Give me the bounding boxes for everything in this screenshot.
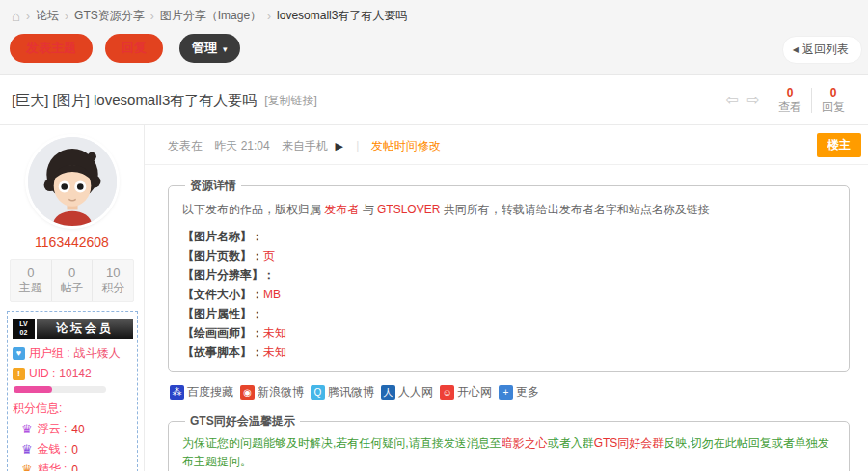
credit-cloud-label: 浮云 : bbox=[38, 421, 68, 437]
field-label: 【文件大小】： bbox=[182, 288, 263, 301]
share-label: 新浪微博 bbox=[258, 384, 304, 401]
views-counter: 0 查看 bbox=[778, 86, 801, 115]
avatar[interactable] bbox=[28, 137, 117, 226]
crown-icon: ♛ bbox=[21, 423, 33, 435]
breadcrumb: ⌂ › 论坛 › GTS资源分享 › 图片分享（Image） › lovesom… bbox=[0, 0, 868, 27]
crown-icon: ♛ bbox=[21, 443, 33, 456]
uid-badge-icon: ! bbox=[13, 368, 25, 380]
stat-posts[interactable]: 0 帖子 bbox=[51, 260, 93, 301]
credit-row-money: ♛ 金钱 : 0 bbox=[21, 441, 133, 457]
baidu-paw-icon: ⁂ bbox=[170, 385, 184, 400]
field-label: 【图片页数】： bbox=[182, 249, 263, 263]
field-label: 【图片属性】： bbox=[182, 307, 263, 320]
level-badge-line1: LV bbox=[19, 320, 27, 328]
breadcrumb-separator: › bbox=[65, 10, 68, 23]
field-artist: 【绘画画师】：未知 bbox=[182, 324, 835, 342]
stat-threads[interactable]: 0 主题 bbox=[11, 260, 51, 301]
admin-name-highlight: 暗影之心 bbox=[502, 436, 548, 450]
field-value: 未知 bbox=[263, 326, 286, 340]
thread-title-bar: [巨大] [图片] lovesomall3有了有人要吗 [复制链接] ⇦ ⇨ 0… bbox=[0, 75, 868, 125]
group-notice-text: 为保证您的问题能够及时解决,若有任何疑问,请直接发送消息至暗影之心或者入群GTS… bbox=[182, 434, 835, 470]
post-body: 发表在 昨天 21:04 来自手机 ▶ | 发帖时间修改 楼主 资源详情 以下发… bbox=[145, 125, 868, 471]
edit-post-time-link[interactable]: 发帖时间修改 bbox=[371, 139, 441, 152]
views-count: 0 bbox=[787, 86, 794, 100]
field-label: 【图片分辨率】： bbox=[182, 268, 275, 282]
thread-starter-badge: 楼主 bbox=[817, 133, 861, 157]
reply-button[interactable]: 回复 bbox=[105, 34, 163, 63]
share-more[interactable]: +更多 bbox=[499, 384, 539, 401]
home-icon[interactable]: ⌂ bbox=[12, 9, 20, 23]
group-notice-box: GTS同好会温馨提示 为保证您的问题能够及时解决,若有任何疑问,请直接发送消息至… bbox=[168, 413, 850, 471]
user-group-value: 战斗矮人 bbox=[74, 346, 121, 362]
field-value: 页 bbox=[263, 249, 275, 263]
copyright-text: 共同所有，转载请给出发布者名字和站点名称及链接 bbox=[440, 203, 709, 216]
field-value: MB bbox=[263, 288, 281, 301]
author-username-link[interactable]: 1163442608 bbox=[35, 235, 109, 250]
uid-label: UID : bbox=[29, 367, 55, 380]
field-image-pages: 【图片页数】：页 bbox=[182, 247, 835, 264]
user-level-row: LV 02 论坛会员 bbox=[13, 319, 133, 339]
stat-credits-label: 积分 bbox=[101, 281, 124, 294]
thread-title: [巨大] [图片] lovesomall3有了有人要吗 bbox=[12, 92, 257, 110]
new-thread-button[interactable]: 发表主题 bbox=[10, 34, 93, 63]
author-profile-panel: LV 02 论坛会员 ♥ 用户组 : 战斗矮人 ! UID : 10142 积分… bbox=[7, 311, 138, 471]
resource-details-box: 资源详情 以下发布的作品，版权归属 发布者 与 GTSLOVER 共同所有，转载… bbox=[168, 178, 850, 372]
forum-thread-page: ⌂ › 论坛 › GTS资源分享 › 图片分享（Image） › lovesom… bbox=[0, 0, 868, 471]
breadcrumb-separator: › bbox=[267, 10, 271, 23]
post-time: 昨天 21:04 bbox=[214, 139, 269, 152]
breadcrumb-item-section[interactable]: GTS资源分享 bbox=[74, 8, 145, 24]
back-to-list-label: 返回列表 bbox=[802, 42, 849, 58]
stat-posts-label: 帖子 bbox=[61, 281, 84, 294]
stat-credits-value: 10 bbox=[93, 265, 133, 280]
share-label: 人人网 bbox=[398, 384, 433, 401]
share-baidu-collect[interactable]: ⁂百度搜藏 bbox=[170, 384, 233, 401]
from-mobile-arrow-icon: ▶ bbox=[335, 140, 342, 152]
counts-divider bbox=[811, 88, 812, 113]
breadcrumb-item-subforum[interactable]: 图片分享（Image） bbox=[160, 8, 261, 24]
manage-button[interactable]: 管理▾ bbox=[179, 34, 240, 63]
credit-money-label: 金钱 : bbox=[38, 441, 68, 457]
breadcrumb-separator: › bbox=[150, 10, 154, 23]
next-page-arrow-icon[interactable]: ⇨ bbox=[747, 93, 760, 108]
credits-info-title: 积分信息: bbox=[13, 401, 133, 417]
replies-counter: 0 回复 bbox=[822, 86, 845, 115]
stat-threads-label: 主题 bbox=[19, 281, 42, 294]
chevron-down-icon: ▾ bbox=[223, 44, 228, 54]
field-label: 【故事脚本】： bbox=[182, 346, 263, 359]
share-sina-weibo[interactable]: ◉新浪微博 bbox=[240, 384, 304, 401]
share-renren[interactable]: 人人人网 bbox=[381, 384, 433, 401]
share-tencent-weibo[interactable]: Q腾讯微博 bbox=[311, 384, 374, 401]
from-mobile-label[interactable]: 来自手机 bbox=[282, 139, 328, 152]
copy-link-button[interactable]: [复制链接] bbox=[264, 93, 317, 109]
notice-text: 为保证您的问题能够及时解决,若有任何疑问,请直接发送消息至 bbox=[182, 436, 502, 450]
posted-at-label: 发表在 bbox=[168, 139, 203, 152]
thread-title-text: lovesomall3有了有人要吗 bbox=[94, 92, 257, 108]
meta-divider: | bbox=[356, 139, 359, 152]
credit-row-cloud: ♛ 浮云 : 40 bbox=[21, 421, 133, 437]
author-sidebar: 1163442608 0 主题 0 帖子 10 积分 LV bbox=[0, 125, 145, 471]
share-label: 开心网 bbox=[457, 384, 492, 401]
field-image-resolution: 【图片分辨率】： bbox=[182, 266, 835, 284]
prev-page-arrow-icon[interactable]: ⇦ bbox=[725, 93, 738, 108]
replies-count: 0 bbox=[830, 86, 837, 100]
back-to-list-button[interactable]: ◀ 返回列表 bbox=[782, 36, 862, 64]
field-story-script: 【故事脚本】：未知 bbox=[182, 344, 835, 361]
publisher-highlight: 发布者 bbox=[324, 203, 359, 216]
field-value: 未知 bbox=[263, 346, 286, 359]
group-name-highlight: GTS同好会群 bbox=[594, 436, 665, 450]
stat-credits[interactable]: 10 积分 bbox=[92, 260, 133, 301]
share-row: ⁂百度搜藏 ◉新浪微博 Q腾讯微博 人人人网 ☺开心网 +更多 bbox=[170, 384, 854, 401]
field-image-attribute: 【图片属性】： bbox=[182, 305, 835, 322]
breadcrumb-item-forum[interactable]: 论坛 bbox=[36, 8, 59, 24]
sina-weibo-icon: ◉ bbox=[240, 385, 255, 400]
share-kaixin[interactable]: ☺开心网 bbox=[440, 384, 492, 401]
post-container: 1163442608 0 主题 0 帖子 10 积分 LV bbox=[0, 125, 868, 471]
uid-row: ! UID : 10142 bbox=[13, 367, 133, 380]
field-image-name: 【图片名称】： bbox=[182, 228, 835, 245]
manage-button-label: 管理 bbox=[192, 41, 217, 55]
credit-essence-label: 精华 : bbox=[38, 461, 68, 471]
group-notice-legend: GTS同好会温馨提示 bbox=[185, 413, 300, 429]
post-meta-row: 发表在 昨天 21:04 来自手机 ▶ | 发帖时间修改 bbox=[145, 125, 868, 165]
crown-icon: ♛ bbox=[21, 463, 33, 471]
level-badge-line2: 02 bbox=[20, 329, 28, 337]
